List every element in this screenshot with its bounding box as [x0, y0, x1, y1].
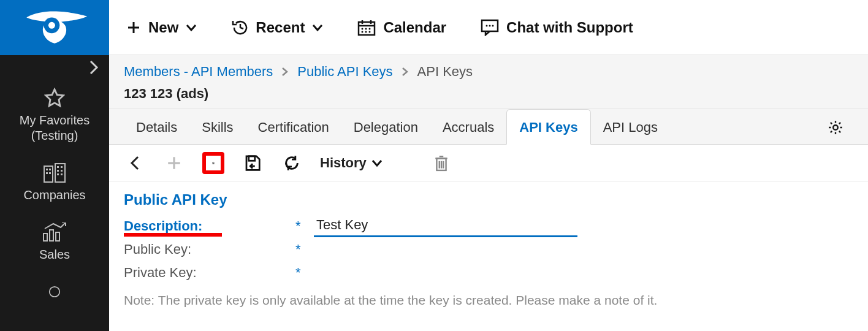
- svg-point-1: [48, 22, 55, 29]
- save-and-close-button[interactable]: [242, 152, 264, 174]
- back-button[interactable]: [124, 152, 146, 174]
- owl-logo-icon: [21, 9, 88, 46]
- save-icon: [212, 154, 215, 172]
- svg-rect-8: [57, 166, 59, 168]
- svg-rect-35: [249, 156, 255, 161]
- history-icon: [231, 20, 248, 36]
- svg-rect-33: [213, 162, 213, 162]
- tab-accruals[interactable]: Accruals: [430, 110, 506, 144]
- tab-details[interactable]: Details: [124, 110, 189, 144]
- add-button[interactable]: [163, 152, 185, 174]
- description-label: Description:: [124, 218, 295, 234]
- buildings-icon: [43, 163, 66, 183]
- recent-dropdown[interactable]: Recent: [231, 19, 323, 36]
- svg-rect-14: [44, 234, 47, 241]
- chevron-right-icon: [88, 59, 99, 75]
- svg-rect-9: [61, 166, 63, 168]
- svg-point-24: [369, 28, 371, 29]
- action-bar: History: [109, 145, 868, 181]
- description-input[interactable]: [314, 216, 577, 237]
- required-mark: *: [295, 242, 314, 257]
- breadcrumb-link-public-api-keys[interactable]: Public API Keys: [297, 64, 392, 80]
- sidebar-item-favorites[interactable]: My Favorites (Testing): [0, 80, 109, 154]
- svg-rect-4: [46, 169, 48, 170]
- plus-icon: [126, 20, 141, 35]
- sidebar-item-label: My Favorites (Testing): [4, 113, 105, 143]
- private-key-note: Note: The private key is only available …: [124, 293, 853, 308]
- delete-button[interactable]: [430, 152, 452, 174]
- bar-chart-arrow-icon: [42, 223, 67, 242]
- breadcrumb-current: API Keys: [417, 64, 473, 80]
- save-button[interactable]: [202, 152, 224, 174]
- breadcrumb: Members - API Members Public API Keys AP…: [124, 64, 853, 80]
- tab-delegation[interactable]: Delegation: [341, 110, 430, 144]
- sidebar-item-companies[interactable]: Companies: [0, 154, 109, 214]
- svg-rect-12: [57, 173, 59, 175]
- svg-point-29: [486, 25, 488, 26]
- tabs-row: Details Skills Certification Delegation …: [109, 108, 868, 145]
- refresh-button[interactable]: [281, 152, 303, 174]
- svg-point-25: [362, 31, 364, 32]
- main-content: New Recent Calendar: [109, 0, 868, 331]
- history-label: History: [320, 155, 367, 171]
- form-section-title: Public API Key: [124, 191, 853, 208]
- svg-point-26: [365, 31, 367, 32]
- chevron-down-icon: [312, 23, 323, 32]
- svg-rect-11: [61, 170, 63, 172]
- trash-icon: [433, 154, 449, 172]
- svg-rect-15: [50, 230, 53, 241]
- chat-support-button[interactable]: Chat with Support: [481, 19, 633, 36]
- private-key-label: Private Key:: [124, 265, 295, 281]
- svg-point-22: [362, 28, 364, 29]
- calendar-icon: [357, 19, 376, 36]
- tab-skills[interactable]: Skills: [189, 110, 245, 144]
- svg-point-23: [365, 28, 367, 29]
- sidebar-collapse-button[interactable]: [0, 55, 109, 80]
- svg-rect-16: [56, 232, 59, 241]
- svg-point-31: [492, 25, 494, 26]
- tab-certification[interactable]: Certification: [246, 110, 341, 144]
- chevron-left-icon: [129, 155, 140, 171]
- tab-api-keys[interactable]: API Keys: [506, 109, 590, 145]
- target-icon: [44, 282, 65, 302]
- record-title: 123 123 (ads): [124, 86, 853, 102]
- required-mark: *: [295, 218, 314, 234]
- svg-point-32: [833, 125, 838, 130]
- form-area: Public API Key Description: * Public Key…: [109, 181, 868, 318]
- breadcrumb-link-members[interactable]: Members - API Members: [124, 64, 273, 80]
- plus-icon: [166, 155, 182, 171]
- recent-label: Recent: [256, 19, 305, 36]
- tab-settings-button[interactable]: [828, 120, 853, 144]
- sidebar-item-sales[interactable]: Sales: [0, 214, 109, 273]
- chevron-down-icon: [371, 159, 383, 167]
- svg-rect-5: [49, 169, 51, 170]
- svg-rect-3: [55, 164, 65, 182]
- svg-rect-13: [61, 173, 63, 175]
- app-logo[interactable]: [0, 0, 109, 55]
- breadcrumb-bar: Members - API Members Public API Keys AP…: [109, 55, 868, 108]
- highlight-underline: [124, 233, 222, 237]
- svg-point-27: [369, 31, 371, 32]
- sidebar: My Favorites (Testing) Companies: [0, 0, 109, 331]
- sidebar-item-more[interactable]: [0, 273, 109, 306]
- svg-rect-10: [57, 170, 59, 172]
- tab-api-logs[interactable]: API Logs: [591, 110, 670, 144]
- new-dropdown[interactable]: New: [126, 19, 197, 36]
- svg-rect-7: [49, 172, 51, 174]
- new-label: New: [148, 19, 178, 36]
- history-dropdown[interactable]: History: [320, 155, 383, 171]
- chevron-right-icon: [281, 67, 289, 77]
- sidebar-item-label: Companies: [23, 188, 85, 203]
- svg-point-17: [50, 287, 59, 297]
- public-key-label: Public Key:: [124, 242, 295, 257]
- save-close-icon: [243, 154, 262, 172]
- svg-rect-2: [44, 166, 53, 182]
- required-mark: *: [295, 265, 314, 281]
- svg-rect-6: [46, 172, 48, 174]
- calendar-button[interactable]: Calendar: [357, 19, 446, 36]
- gear-icon: [828, 120, 843, 135]
- star-icon: [44, 88, 65, 108]
- svg-point-30: [489, 25, 491, 26]
- svg-rect-34: [213, 163, 214, 164]
- chevron-down-icon: [186, 23, 197, 32]
